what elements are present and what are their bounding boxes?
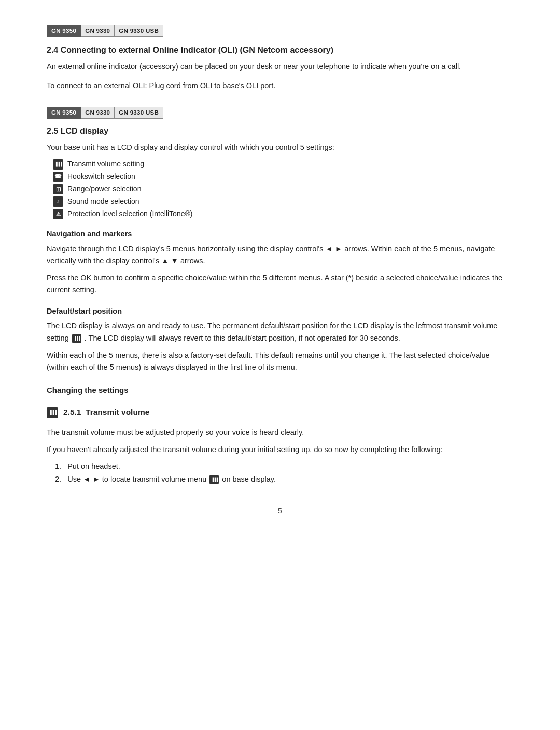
feature-item-protection: ⚠ Protection level selection (IntelliTon… [53, 208, 513, 219]
badge-gn9350-2: GN 9350 [47, 107, 81, 119]
section-2-5-intro: Your base unit has a LCD display and dis… [47, 142, 513, 153]
section-2-5-1: ▐▐▐ 2.5.1 Transmit volume The transmit v… [47, 402, 513, 485]
section-2-5: 2.5 LCD display Your base unit has a LCD… [47, 125, 513, 373]
model-badges-row2: GN 9350 GN 9330 GN 9330 USB [47, 107, 513, 119]
step-1-text: Put on headset. [67, 462, 120, 470]
section-251-para2: If you haven't already adjusted the tran… [47, 444, 513, 456]
section-251-header: ▐▐▐ 2.5.1 Transmit volume [47, 402, 513, 423]
step2-transmit-icon: ▐▐▐ [209, 475, 219, 484]
step-1-number: 1. [55, 462, 65, 470]
nav-para2: Press the OK button to confirm a specifi… [47, 272, 513, 296]
badge-gn9330usb-1: GN 9330 USB [115, 25, 163, 37]
range-icon: ◫ [53, 184, 63, 194]
step-1: 1. Put on headset. [55, 461, 513, 472]
section-2-4-para2: To connect to an external OLI: Plug cord… [47, 80, 513, 92]
feature-item-transmit: ▐▐▐ Transmit volume setting [53, 159, 513, 170]
section-251-para1: The transmit volume must be adjusted pro… [47, 427, 513, 439]
step-2: 2. Use ◄ ► to locate transmit volume men… [55, 474, 513, 485]
feature-hookswitch-label: Hookswitch selection [67, 171, 135, 182]
feature-range-label: Range/power selection [67, 184, 141, 194]
sound-icon: ♪ [53, 196, 63, 207]
changing-settings-heading: Changing the settings [47, 385, 513, 397]
page-number: 5 [47, 506, 513, 516]
default-para1: The LCD display is always on and ready t… [47, 320, 513, 344]
protection-icon: ⚠ [53, 209, 63, 219]
feature-transmit-label: Transmit volume setting [67, 159, 144, 170]
section-251-heading: 2.5.1 Transmit volume [63, 406, 149, 418]
hookswitch-icon: ☎ [53, 172, 63, 182]
feature-item-sound: ♪ Sound mode selection [53, 196, 513, 207]
badge-gn9330usb-2: GN 9330 USB [115, 107, 163, 119]
feature-protection-label: Protection level selection (IntelliTone®… [67, 208, 192, 219]
default-para2: Within each of the 5 menus, there is als… [47, 349, 513, 373]
nav-para1: Navigate through the LCD display's 5 men… [47, 243, 513, 267]
page-content: GN 9350 GN 9330 GN 9330 USB 2.4 Connecti… [47, 25, 513, 516]
default-para1-suffix: . The LCD display will always revert to … [85, 334, 400, 342]
badge-gn9330-2: GN 9330 [81, 107, 115, 119]
model-badges-row1: GN 9350 GN 9330 GN 9330 USB [47, 25, 513, 37]
default-position-heading: Default/start position [47, 306, 513, 317]
section-251-icon: ▐▐▐ [47, 407, 58, 418]
feature-item-hookswitch: ☎ Hookswitch selection [53, 171, 513, 182]
feature-list: ▐▐▐ Transmit volume setting ☎ Hookswitch… [53, 159, 513, 219]
transmit-icon: ▐▐▐ [53, 159, 63, 170]
section-2-4-para1: An external online indicator (accessory)… [47, 61, 513, 73]
step-2-suffix: on base display. [222, 475, 276, 483]
default-transmit-icon: ▐▐▐ [72, 334, 81, 343]
section-2-5-heading: 2.5 LCD display [47, 125, 513, 137]
step-2-number: 2. [55, 475, 65, 483]
nav-markers-heading: Navigation and markers [47, 229, 513, 240]
step-2-text: Use ◄ ► to locate transmit volume menu [67, 475, 206, 483]
badge-gn9330-1: GN 9330 [81, 25, 115, 37]
section-251-steps: 1. Put on headset. 2. Use ◄ ► to locate … [55, 461, 513, 485]
feature-sound-label: Sound mode selection [67, 196, 139, 207]
section-2-4-heading: 2.4 Connecting to external Online Indica… [47, 44, 513, 57]
section-2-4: 2.4 Connecting to external Online Indica… [47, 44, 513, 92]
badge-gn9350-1: GN 9350 [47, 25, 81, 37]
feature-item-range: ◫ Range/power selection [53, 184, 513, 194]
